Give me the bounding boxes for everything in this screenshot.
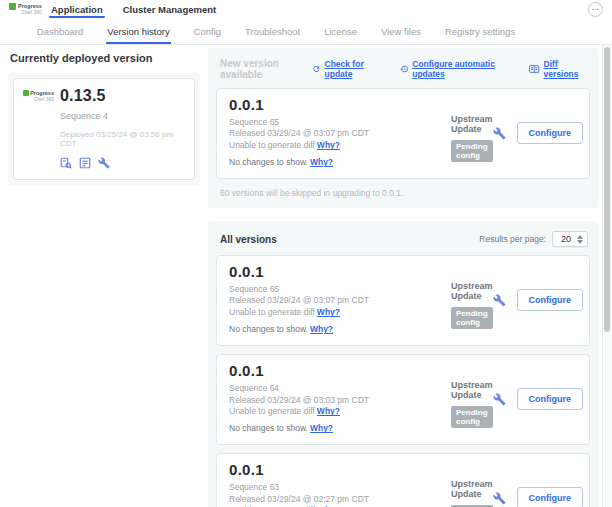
version-row: 0.0.1 Sequence 65 Released 03/29/24 @ 03… [216,255,590,346]
new-version-panel: New version available Check for update C… [208,48,598,208]
app-logo-subname: Chef 360 [34,96,54,102]
version-row: 0.0.1 Sequence 63 Released 03/29/24 @ 02… [216,453,590,507]
version-source-type: Upstream Update [451,114,493,134]
edit-config-wrench-icon[interactable] [493,127,506,140]
scrollbar[interactable] [602,45,612,507]
edit-config-wrench-icon[interactable] [98,157,110,169]
brand-logo-icon [9,3,16,10]
configure-button[interactable]: Configure [517,122,584,144]
deployed-version-number: 0.13.5 [60,88,184,104]
version-source-type: Upstream Update [451,479,493,499]
version-source-type: Upstream Update [451,380,493,400]
subnav-item-license[interactable]: License [324,19,357,44]
diff-versions-label: Diff versions [544,59,588,79]
version-number: 0.0.1 [229,97,451,114]
no-changes-line: No changes to show.Why? [229,324,451,336]
all-versions-panel: All versions Results per page: 20 0.0.1 … [208,221,598,507]
version-number: 0.0.1 [229,264,451,281]
currently-deployed-section: Currently deployed version Progress Chef… [8,52,200,185]
ellipsis-menu-icon[interactable] [588,2,603,17]
version-sequence: Sequence 64 [229,383,451,395]
results-per-page-label: Results per page: [479,234,546,244]
results-per-page-value: 20 [561,234,571,244]
edit-config-wrench-icon[interactable] [493,294,506,307]
skipped-versions-note: 60 versions will be skipped in upgrading… [220,188,588,198]
tab-cluster-management[interactable]: Cluster Management [123,0,216,19]
top-header: Progress Chef 360 Application Cluster Ma… [0,0,612,19]
all-versions-title: All versions [220,234,277,245]
version-released: Released 03/29/24 @ 03:07 pm CDT [229,295,451,307]
status-badge: Pending config [451,140,493,162]
refresh-icon [312,64,321,74]
app-logo: Progress Chef 360 [22,88,54,169]
scrollbar-thumb[interactable] [604,47,610,332]
why-link[interactable]: Why? [317,140,340,150]
deployed-sequence: Sequence 4 [60,111,184,121]
subnav-item-config[interactable]: Config [194,19,221,44]
version-sequence: Sequence 65 [229,284,451,296]
status-badge: Pending config [451,406,493,428]
deployed-timestamp: Deployed 03/25/24 @ 03:56 pm CDT [60,130,184,148]
stepper-icon [577,235,583,244]
unable-diff-line: Unable to generate diffWhy? [229,140,451,152]
version-released: Released 03/29/24 @ 03:07 pm CDT [229,128,451,140]
deployed-panel: Progress Chef 360 0.13.5 Sequence 4 Depl… [8,73,200,185]
brand-subname: Chef 360 [18,10,42,15]
subnav-item-registry-settings[interactable]: Registry settings [445,19,515,44]
currently-deployed-title: Currently deployed version [10,52,200,64]
new-version-title: New version available [220,58,312,80]
version-number: 0.0.1 [229,363,451,380]
why-link[interactable]: Why? [317,406,340,416]
diff-versions-link[interactable]: Diff versions [529,59,588,79]
edit-config-wrench-icon[interactable] [493,393,506,406]
top-nav: Application Cluster Management [51,0,216,19]
subnav-item-dashboard[interactable]: Dashboard [37,19,83,44]
brand-logo: Progress Chef 360 [9,4,45,15]
subnav-item-troubleshoot[interactable]: Troubleshoot [245,19,300,44]
deployed-version-card: Progress Chef 360 0.13.5 Sequence 4 Depl… [13,78,195,180]
subnav-item-view-files[interactable]: View files [381,19,421,44]
history-clock-icon [400,64,409,74]
view-diff-icon[interactable] [60,157,72,169]
configure-button[interactable]: Configure [517,388,584,410]
no-changes-line: No changes to show.Why? [229,157,451,169]
unable-diff-line: Unable to generate diffWhy? [229,307,451,319]
configure-button[interactable]: Configure [517,289,584,311]
app-logo-icon [23,90,29,96]
release-notes-icon[interactable] [79,157,91,169]
why-link[interactable]: Why? [310,157,333,167]
admin-console-page: Progress Chef 360 Application Cluster Ma… [0,0,612,507]
results-per-page-select[interactable]: 20 [552,231,588,247]
edit-config-wrench-icon[interactable] [493,492,506,505]
version-number: 0.0.1 [229,462,451,479]
version-source-type: Upstream Update [451,281,493,301]
version-released: Released 03/29/24 @ 02:27 pm CDT [229,494,451,506]
version-history-main: New version available Check for update C… [208,48,598,507]
configure-automatic-updates-link[interactable]: Configure automatic updates [400,59,515,79]
version-sequence: Sequence 63 [229,482,451,494]
new-version-row: 0.0.1 Sequence 65 Released 03/29/24 @ 03… [216,88,590,179]
unable-diff-line: Unable to generate diffWhy? [229,406,451,418]
version-released: Released 03/29/24 @ 03:03 pm CDT [229,395,451,407]
configure-automatic-updates-label: Configure automatic updates [412,59,514,79]
why-link[interactable]: Why? [317,307,340,317]
status-badge: Pending config [451,307,493,329]
tab-application[interactable]: Application [51,0,103,19]
no-changes-line: No changes to show.Why? [229,423,451,435]
diff-panels-icon [529,64,539,74]
why-link[interactable]: Why? [310,423,333,433]
version-sequence: Sequence 65 [229,117,451,129]
configure-button[interactable]: Configure [517,487,584,507]
check-for-update-label: Check for update [325,59,385,79]
app-subnav: Dashboard Version history Config Trouble… [0,19,612,45]
version-row: 0.0.1 Sequence 64 Released 03/29/24 @ 03… [216,354,590,445]
check-for-update-link[interactable]: Check for update [312,59,385,79]
why-link[interactable]: Why? [310,324,333,334]
subnav-item-version-history[interactable]: Version history [107,19,169,44]
